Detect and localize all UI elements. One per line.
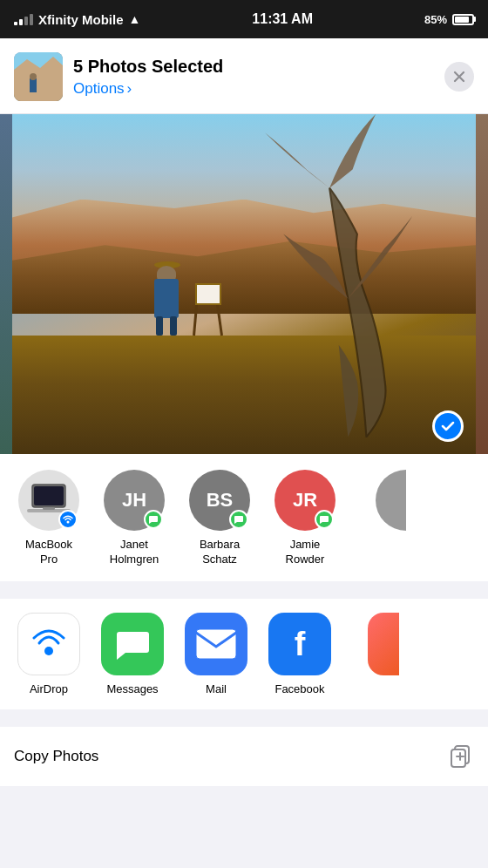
copy-section[interactable]: Copy Photos [0,727,488,786]
wifi-icon: ▲ [129,12,141,26]
avatar-janet: JH [104,470,165,531]
photo-thumbnail [14,52,63,101]
contact-name-macbook: MacBookPro [25,538,72,567]
status-right: 85% [424,13,474,26]
app-label-messages: Messages [106,682,158,695]
avatar-partial [376,470,406,531]
app-icon-messages [101,613,164,675]
status-time: 11:31 AM [252,11,313,27]
chevron-right-icon: › [127,80,132,98]
close-button[interactable] [444,62,474,92]
avatar-jamie: JR [274,470,336,531]
contacts-section: MacBookPro JH JanetHolmgren BS [0,454,488,581]
figure [152,266,182,336]
app-icon-facebook: f [268,613,331,675]
app-label-airdrop: AirDrop [30,682,68,695]
signal-bars [14,14,33,25]
options-link[interactable]: Options › [73,80,223,98]
app-item-partial[interactable] [349,613,418,695]
avatar-macbook [18,470,79,531]
photo-strip [0,114,488,454]
svg-rect-6 [34,486,64,505]
carrier-label: Xfinity Mobile [38,12,124,27]
app-label-facebook: Facebook [274,682,324,695]
photo-canvas [12,114,476,454]
messages-badge-barbara [229,510,248,529]
app-item-airdrop[interactable]: AirDrop [14,613,84,695]
messages-badge-jamie [315,510,334,529]
app-item-mail[interactable]: Mail [181,613,251,695]
tree-svg [220,114,476,437]
status-bar: Xfinity Mobile ▲ 11:31 AM 85% [0,0,488,38]
contact-jamie[interactable]: JR JamieRowder [270,470,340,567]
contacts-scroll: MacBookPro JH JanetHolmgren BS [14,470,474,567]
contact-macbook-pro[interactable]: MacBookPro [14,470,84,567]
svg-rect-11 [196,629,236,659]
svg-point-4 [30,73,37,80]
app-label-mail: Mail [206,682,227,695]
header-left: 5 Photos Selected Options › [14,52,223,101]
divider1 [0,581,488,590]
app-item-facebook[interactable]: f Facebook [265,613,335,695]
messages-badge-janet [144,510,163,529]
svg-rect-13 [451,749,465,767]
battery-icon [452,14,474,25]
header-text: 5 Photos Selected Options › [73,57,223,98]
svg-rect-3 [30,78,37,92]
contact-partial[interactable] [356,470,425,567]
airdrop-badge-macbook [58,510,78,529]
app-icon-mail [185,613,247,675]
contact-barbara[interactable]: BS BarbaraSchatz [185,470,254,567]
easel [188,283,232,336]
share-header: 5 Photos Selected Options › [0,38,488,114]
contact-janet[interactable]: JH JanetHolmgren [99,470,169,567]
contact-name-barbara: BarbaraSchatz [200,538,240,567]
photo-strip-right [476,114,488,454]
status-left: Xfinity Mobile ▲ [14,12,140,27]
svg-point-10 [44,647,53,655]
app-item-messages[interactable]: Messages [98,613,167,695]
svg-point-9 [67,521,70,524]
contact-name-jamie: JamieRowder [286,538,325,567]
app-icon-airdrop [17,613,80,675]
apps-section: AirDrop Messages Mail f Facebook [0,599,488,709]
copy-label: Copy Photos [14,748,98,765]
copy-icon [446,743,474,770]
photo-main [12,114,476,454]
divider2 [0,709,488,718]
photo-strip-left [0,114,12,454]
facebook-logo: f [295,627,306,661]
photos-selected-title: 5 Photos Selected [73,57,223,77]
battery-percent: 85% [424,13,447,26]
svg-rect-8 [43,507,55,510]
avatar-barbara: BS [189,470,250,531]
contact-name-janet: JanetHolmgren [110,538,159,567]
app-icon-partial [368,613,399,675]
checkmark-badge [432,410,464,442]
